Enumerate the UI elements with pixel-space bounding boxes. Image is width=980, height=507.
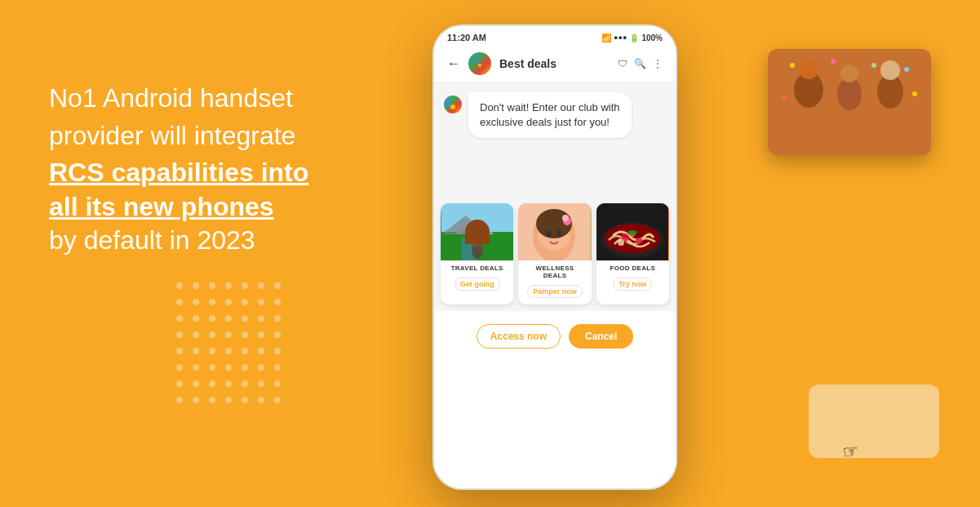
svg-point-24 [225,331,232,338]
svg-point-31 [225,348,232,354]
svg-point-29 [193,348,199,354]
phone-mockup: 11:20 AM 📶 ●●● 🔋 100% ← Best deals 🛡 🔍 ⋮ [432,24,677,490]
wellness-deal-body: WELLNESS DEALS Pamper now [518,260,591,305]
wellness-deal-title: WELLNESS DEALS [523,265,586,279]
signal-icon: ●●● [614,33,627,42]
hero-line5: by default in 2023 [49,224,424,258]
wellness-deal-button[interactable]: Pamper now [527,285,583,298]
svg-point-27 [274,331,281,338]
shield-icon: 🛡 [618,58,627,69]
svg-point-60 [840,64,858,82]
hero-line3: RCS capabilities into [49,156,424,190]
svg-point-50 [193,397,199,403]
svg-point-92 [547,230,552,237]
svg-point-64 [831,59,836,64]
svg-point-93 [557,230,561,237]
status-icons: 📶 ●●● 🔋 100% [601,33,663,42]
travel-deal-button[interactable]: Get going [455,278,500,291]
food-deal-card: FOOD DEALS Try now [596,203,669,305]
battery-percent: 100% [641,33,663,42]
svg-point-4 [242,282,248,289]
svg-point-21 [176,331,183,338]
svg-point-74 [450,99,455,104]
floating-card [809,385,939,458]
status-time: 11:20 AM [447,33,486,42]
svg-point-20 [274,315,281,322]
travel-deal-title: TRAVEL DEALS [446,265,508,272]
svg-point-70 [478,59,481,62]
svg-point-17 [225,315,232,322]
search-icon[interactable]: 🔍 [634,58,646,69]
svg-point-73 [446,101,450,106]
svg-point-37 [209,364,215,371]
wellness-deal-image [518,203,591,260]
svg-point-76 [450,105,455,109]
svg-point-53 [242,397,248,403]
video-card: ▶ [768,49,931,155]
svg-point-75 [455,101,460,106]
svg-point-62 [880,60,900,80]
chat-area: Don't wait! Enter our club with exclusiv… [434,82,676,197]
svg-point-47 [258,380,264,387]
svg-point-100 [627,230,637,235]
svg-point-9 [209,299,215,305]
cancel-button[interactable]: Cancel [569,324,633,349]
svg-point-3 [225,282,232,289]
rcs-icon [468,52,491,75]
hero-line1: No1 Android handset [49,82,424,116]
svg-point-8 [193,299,199,305]
svg-point-49 [176,397,183,403]
svg-point-83 [472,240,478,247]
svg-point-72 [478,64,481,67]
phone-status-bar: 11:20 AM 📶 ●●● 🔋 100% [434,26,676,46]
svg-point-22 [193,331,199,338]
svg-point-44 [209,380,215,387]
action-buttons-area: Access now Cancel [434,314,676,358]
deal-cards-row: TRAVEL DEALS Get going [434,197,676,311]
svg-point-98 [636,238,642,244]
rcs-avatar [444,96,462,113]
svg-point-1 [193,282,199,289]
hero-text-block: No1 Android handset provider will integr… [49,82,424,258]
svg-point-42 [176,380,183,387]
wellness-deal-card: WELLNESS DEALS Pamper now [518,203,591,305]
svg-point-68 [912,91,917,96]
back-arrow-icon[interactable]: ← [447,56,460,71]
svg-point-40 [258,364,264,371]
svg-point-12 [258,299,264,305]
svg-point-35 [176,364,183,371]
svg-point-48 [274,380,281,387]
svg-point-69 [475,60,478,64]
svg-point-65 [871,63,876,68]
svg-point-25 [242,331,248,338]
food-deal-title: FOOD DEALS [601,265,664,272]
food-deal-image [596,203,669,260]
svg-point-14 [176,315,183,322]
dot-pattern [171,278,335,441]
svg-point-63 [790,63,795,68]
svg-point-45 [225,380,232,387]
svg-point-67 [782,96,787,100]
access-now-button[interactable]: Access now [477,324,561,349]
svg-point-10 [225,299,232,305]
svg-point-54 [258,397,264,403]
food-deal-body: FOOD DEALS Try now [596,260,669,297]
svg-point-36 [193,364,199,371]
svg-point-23 [209,331,215,338]
svg-point-19 [258,315,264,322]
svg-point-52 [225,397,232,403]
more-options-icon[interactable]: ⋮ [653,58,663,69]
svg-point-43 [193,380,199,387]
chat-bubble: Don't wait! Enter our club with exclusiv… [468,92,632,138]
nav-action-icons: 🛡 🔍 ⋮ [618,58,663,69]
svg-point-28 [176,348,183,354]
svg-point-5 [258,282,264,289]
travel-deal-body: TRAVEL DEALS Get going [441,260,513,297]
chat-message-row: Don't wait! Enter our club with exclusiv… [444,92,666,138]
svg-point-41 [274,364,281,371]
chat-title: Best deals [499,57,610,70]
svg-point-18 [242,315,248,322]
svg-point-0 [176,282,183,289]
food-deal-button[interactable]: Try now [613,278,652,291]
svg-point-46 [242,380,248,387]
